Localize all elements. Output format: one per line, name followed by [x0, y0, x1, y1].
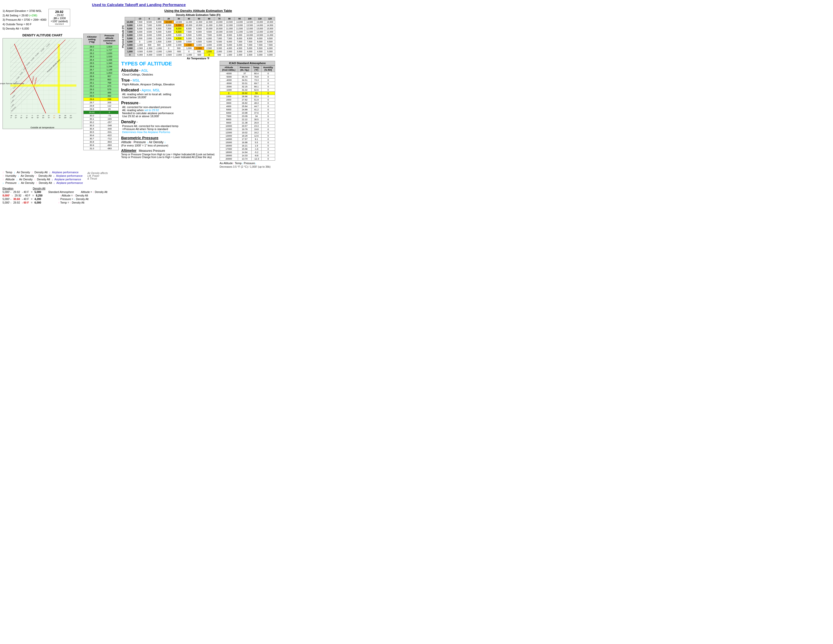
density-cell: 14,000	[235, 21, 244, 24]
icao-alt: 13000	[220, 134, 238, 138]
icao-col: ICAO Standard Atmosphere Altitude(Feet A…	[220, 61, 275, 168]
type-true-desc: Flight Altitude, Airspace Ceilings, Elev…	[122, 83, 217, 86]
icao-hum: 0	[261, 89, 275, 92]
icao-alt: -5000	[220, 75, 238, 79]
density-cell: 3,500	[164, 37, 174, 40]
alt-row-factor: -983	[100, 147, 119, 150]
icao-press: 27.82	[238, 98, 251, 101]
icao-press: 28.86	[238, 95, 251, 98]
alt-row-factor: -712	[100, 137, 119, 140]
altimeter-line1: Temp or Pressure Change from High to Low…	[121, 153, 217, 156]
alt-row-factor: -440	[100, 127, 119, 130]
alt-row-factor: 1,053	[100, 71, 119, 74]
altimeter-section-title: Altimeter	[121, 148, 137, 153]
svg-text:80°: 80°	[53, 117, 55, 118]
icao-temp: 76.8	[251, 75, 261, 79]
icao-press: 16.21	[238, 144, 251, 148]
icao-temp: 9.1	[251, 138, 261, 141]
alt-row-setting: 30.4	[84, 127, 100, 130]
icao-press: 29.92	[238, 92, 251, 95]
density-cell: 500	[174, 47, 184, 50]
icao-press: 20.57	[238, 124, 251, 128]
density-cell: 4,500	[214, 43, 224, 47]
density-cell: 10,500	[255, 34, 265, 37]
fr1-note: Standard Atmosphere	[48, 190, 74, 193]
type-true-sub: MSL	[132, 78, 140, 82]
density-cell: 5,600	[164, 30, 174, 34]
type-density-name: Density	[121, 120, 136, 124]
density-cell: 13,000	[235, 24, 244, 27]
svg-text:90°: 90°	[59, 117, 61, 118]
density-cell: 10,000	[204, 27, 214, 30]
density-cell: 2,500	[244, 53, 255, 56]
eff4-arr1: ↓	[3, 181, 4, 184]
density-cell: -1,000	[154, 47, 164, 50]
density-cell: 0	[164, 47, 174, 50]
svg-text:38°: 38°	[64, 115, 66, 116]
density-cell: 8,500	[224, 34, 235, 37]
icao-temp: 1.9	[251, 144, 261, 148]
step3: 3) Pressure Alt = 3700 + 298= 4000	[3, 18, 47, 22]
alt-row-setting: 29.1	[84, 81, 100, 84]
fr2-elev: 8,000'	[3, 194, 10, 197]
icao-alt: 7000	[220, 115, 238, 118]
density-cell: 6,500	[174, 30, 184, 34]
icao-alt: 1000	[220, 95, 238, 98]
density-cell: 12,000	[244, 27, 255, 30]
alt-row-factor: 1,824	[100, 45, 119, 48]
icao-hum: 0	[261, 141, 275, 144]
density-th-col: 100	[244, 17, 255, 21]
density-cell: -2,500	[164, 53, 174, 56]
fr2-temp: - 40 F	[24, 194, 30, 197]
alt-row-setting: 29.3	[84, 88, 100, 91]
icao-hum: 0	[261, 105, 275, 108]
eff3-lab4: Airplane performance	[55, 178, 81, 181]
type-density: Density - Pressure Alt. corrected for no…	[121, 120, 217, 134]
eff3-lab1: Altitude	[6, 178, 15, 181]
icao-alt: 18000	[220, 151, 238, 154]
alt-row-factor: 1,244	[100, 64, 119, 68]
density-cell: 5,000	[204, 40, 214, 43]
icao-header-hum: Humidity(% RH)	[261, 66, 275, 72]
density-cell: -4,000	[145, 53, 154, 56]
density-cell: 7,000	[235, 40, 244, 43]
density-cell: 1,000	[145, 40, 154, 43]
density-cell: 3,000	[194, 43, 204, 47]
altimeter-box: 29.92 - 29.82 .10 x 1000 =100' (added) s…	[48, 9, 70, 26]
density-cell: 4,500	[255, 50, 265, 53]
svg-text:10°: 10°	[37, 115, 39, 116]
alt-row-setting: 30.1	[84, 117, 100, 121]
icao-temp: 69.7	[251, 82, 261, 85]
density-cell: 2,000	[145, 37, 154, 40]
alt-row-setting: 30.5	[84, 130, 100, 134]
alt-row-setting: 28.1	[84, 48, 100, 52]
icao-press: 32.15	[238, 85, 251, 89]
icao-alt: -1000	[220, 89, 238, 92]
density-cell: 5,500	[214, 40, 224, 43]
alt-row-factor: 579	[100, 88, 119, 91]
icao-press: 31.02	[238, 89, 251, 92]
density-cell: -500	[145, 43, 154, 47]
icao-hum: 0	[261, 111, 275, 115]
icao-press: 35.74	[238, 75, 251, 79]
alt-row-factor: 298	[100, 98, 119, 101]
density-cell: 5,000	[184, 37, 194, 40]
density-cell: 2,500	[224, 50, 235, 53]
chart-area: DENSITY ALTITUDE CHART Approximate densi…	[3, 34, 119, 150]
svg-rect-66	[58, 44, 60, 113]
fr2-eq: =	[32, 194, 34, 197]
density-cell: 4,000	[224, 47, 235, 50]
density-th-col: 90	[235, 17, 244, 21]
alt-row-setting: 31.0	[84, 147, 100, 150]
altimeter-conversion-table: Altimeter setting("Hg) Pressure altitude…	[83, 34, 119, 150]
icao-hum: 0	[261, 115, 275, 118]
icao-press: 25.84	[238, 105, 251, 108]
density-table-wrap: Physical Altitude (Ft) -1001020304050607…	[121, 17, 275, 56]
density-cell: 3,500	[184, 40, 194, 43]
baro-section: Barometric Pressure Altitude↑ Pressure ↓…	[121, 135, 217, 147]
density-cell: 7,500	[135, 21, 145, 24]
alt-row-factor: -257	[100, 121, 119, 124]
alt-row-factor: -348	[100, 124, 119, 127]
alt-row-factor: -73	[100, 114, 119, 117]
density-cell: 4,000	[265, 53, 275, 56]
